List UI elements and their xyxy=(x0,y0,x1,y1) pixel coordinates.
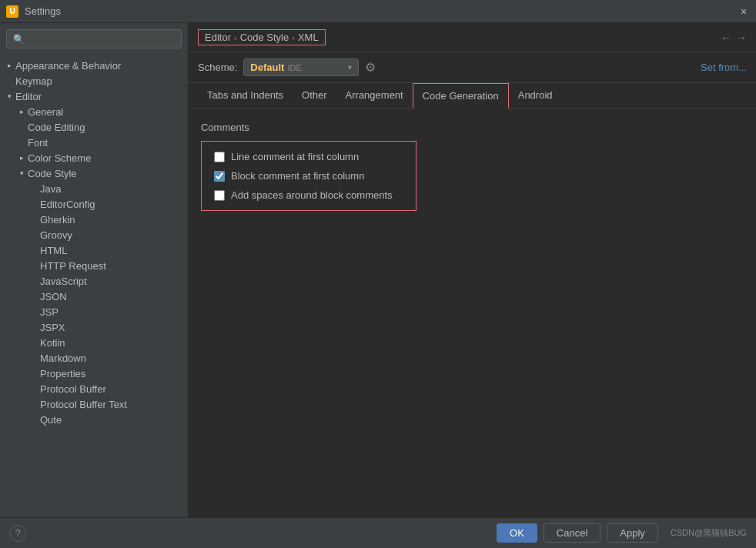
main-layout: 🔍 Appearance & Behavior Keymap Editor xyxy=(0,23,756,517)
gear-icon[interactable]: ⚙ xyxy=(365,60,376,75)
arrow-icon xyxy=(28,413,40,426)
chevron-down-icon: ▾ xyxy=(348,63,352,72)
sidebar-item-font[interactable]: Font xyxy=(0,135,188,150)
search-box[interactable]: 🔍 xyxy=(6,29,182,48)
line-comment-checkbox[interactable] xyxy=(214,152,225,162)
breadcrumb-sep2: › xyxy=(292,33,295,42)
sidebar-item-label: Color Scheme xyxy=(28,152,91,164)
add-spaces-label: Add spaces around block comments xyxy=(231,189,393,201)
sidebar-item-label: Properties xyxy=(40,368,85,379)
sidebar-item-jsp[interactable]: JSP xyxy=(0,304,188,319)
add-spaces-row[interactable]: Add spaces around block comments xyxy=(214,189,403,201)
sidebar-item-markdown[interactable]: Markdown xyxy=(0,350,188,366)
tab-other[interactable]: Other xyxy=(293,83,336,109)
line-comment-row[interactable]: Line comment at first column xyxy=(214,151,403,162)
sidebar-item-label: Java xyxy=(40,183,61,195)
arrow-icon xyxy=(15,167,28,179)
panel-content: Comments Line comment at first column Bl… xyxy=(189,109,756,517)
arrow-icon xyxy=(28,306,40,318)
sidebar-item-code-editing[interactable]: Code Editing xyxy=(0,119,188,135)
help-button[interactable]: ? xyxy=(9,525,26,542)
arrow-icon xyxy=(28,229,40,241)
arrow-icon xyxy=(15,105,28,118)
sidebar-item-html[interactable]: HTML xyxy=(0,242,188,258)
window-title: Settings xyxy=(25,5,61,17)
sidebar-item-editorconfig[interactable]: EditorConfig xyxy=(0,196,188,212)
sidebar-item-protocol-buffer-text[interactable]: Protocol Buffer Text xyxy=(0,396,188,412)
sidebar-item-java[interactable]: Java xyxy=(0,181,188,196)
sidebar-item-label: JavaScript xyxy=(40,276,87,287)
sidebar-item-label: Markdown xyxy=(40,353,86,364)
app-icon: U xyxy=(6,5,18,18)
arrow-icon xyxy=(28,398,40,410)
arrow-icon xyxy=(15,136,28,149)
arrow-icon xyxy=(28,182,40,195)
sidebar-item-label: JSPX xyxy=(40,322,65,333)
arrow-icon xyxy=(3,90,15,102)
sidebar-item-label: Appearance & Behavior xyxy=(15,60,121,72)
cancel-button[interactable]: Cancel xyxy=(544,523,600,543)
sidebar-item-gherkin[interactable]: Gherkin xyxy=(0,212,188,227)
arrow-icon xyxy=(3,75,15,87)
title-bar-controls: × xyxy=(738,5,750,18)
sidebar-item-label: Font xyxy=(28,137,48,149)
sidebar-item-kotlin[interactable]: Kotlin xyxy=(0,335,188,350)
sidebar: 🔍 Appearance & Behavior Keymap Editor xyxy=(0,23,189,517)
tab-android[interactable]: Android xyxy=(509,83,562,109)
close-button[interactable]: × xyxy=(738,5,750,18)
arrow-icon xyxy=(28,336,40,349)
title-bar-left: U Settings xyxy=(6,5,61,18)
sidebar-item-label: HTML xyxy=(40,245,67,256)
apply-button[interactable]: Apply xyxy=(607,523,658,543)
sidebar-item-groovy[interactable]: Groovy xyxy=(0,227,188,242)
sidebar-item-label: Qute xyxy=(40,414,62,426)
sidebar-item-properties[interactable]: Properties xyxy=(0,366,188,381)
back-arrow[interactable]: ← xyxy=(721,32,731,44)
sidebar-item-label: JSP xyxy=(40,306,59,318)
sidebar-item-general[interactable]: General xyxy=(0,104,188,119)
tab-code-generation[interactable]: Code Generation xyxy=(413,83,509,109)
arrow-icon xyxy=(28,367,40,379)
sidebar-item-label: Groovy xyxy=(40,229,72,241)
scheme-default-text: Default xyxy=(250,62,284,73)
arrow-icon xyxy=(28,213,40,226)
breadcrumb-editor: Editor xyxy=(205,32,231,43)
sidebar-item-label: Code Editing xyxy=(28,122,85,133)
search-icon: 🔍 xyxy=(13,34,25,45)
tabs-bar: Tabs and Indents Other Arrangement Code … xyxy=(189,83,756,109)
sidebar-item-label: JSON xyxy=(40,291,67,302)
breadcrumb-box: Editor › Code Style › XML xyxy=(198,29,326,45)
sidebar-item-editor[interactable]: Editor xyxy=(0,89,188,104)
sidebar-item-http-request[interactable]: HTTP Request xyxy=(0,258,188,273)
arrow-icon xyxy=(28,259,40,272)
forward-arrow[interactable]: → xyxy=(736,32,747,44)
sidebar-item-appearance[interactable]: Appearance & Behavior xyxy=(0,58,188,73)
breadcrumb: Editor › Code Style › XML ← → xyxy=(189,23,756,52)
bottom-bar: ? OK Cancel Apply CSDN@黑猫镇BUG xyxy=(0,517,756,548)
scheme-select[interactable]: Default IDE ▾ xyxy=(243,58,359,76)
sidebar-item-protocol-buffer[interactable]: Protocol Buffer xyxy=(0,381,188,396)
tab-tabs-and-indents[interactable]: Tabs and Indents xyxy=(198,83,293,109)
nav-arrows: ← → xyxy=(721,32,747,44)
arrow-icon xyxy=(15,121,28,133)
sidebar-item-code-style[interactable]: Code Style xyxy=(0,165,188,181)
watermark-text: CSDN@黑猫镇BUG xyxy=(671,527,747,539)
set-from-link[interactable]: Set from... xyxy=(701,62,747,73)
add-spaces-checkbox[interactable] xyxy=(214,190,225,201)
sidebar-item-javascript[interactable]: JavaScript xyxy=(0,273,188,289)
sidebar-item-jspx[interactable]: JSPX xyxy=(0,319,188,335)
sidebar-item-keymap[interactable]: Keymap xyxy=(0,73,188,89)
search-input[interactable] xyxy=(28,33,175,45)
sidebar-item-color-scheme[interactable]: Color Scheme xyxy=(0,150,188,165)
arrow-icon xyxy=(28,352,40,364)
content-area: Editor › Code Style › XML ← → Scheme: De… xyxy=(189,23,756,517)
ok-button[interactable]: OK xyxy=(497,523,537,543)
arrow-icon xyxy=(28,290,40,302)
block-comment-checkbox[interactable] xyxy=(214,171,225,182)
sidebar-item-label: HTTP Request xyxy=(40,260,106,272)
sidebar-item-qute[interactable]: Qute xyxy=(0,412,188,427)
sidebar-item-json[interactable]: JSON xyxy=(0,289,188,304)
block-comment-row[interactable]: Block comment at first column xyxy=(214,170,403,182)
tab-arrangement[interactable]: Arrangement xyxy=(336,83,413,109)
sidebar-item-label: Code Style xyxy=(28,168,77,179)
